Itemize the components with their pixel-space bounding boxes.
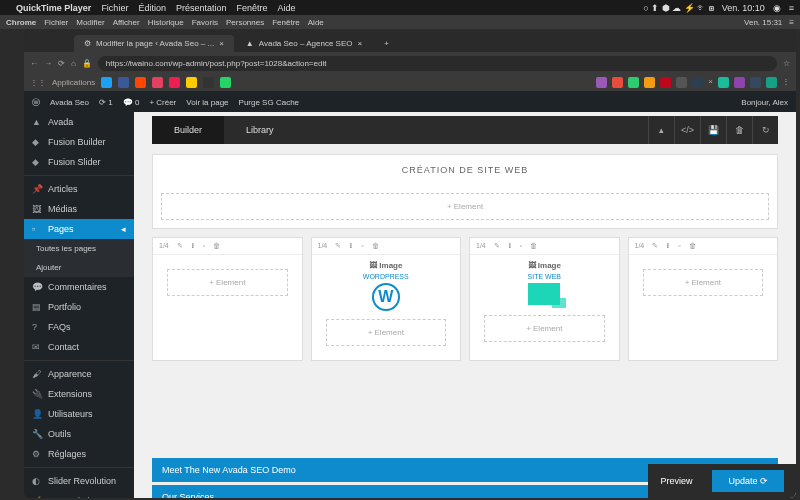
user-icon[interactable]: ◉ xyxy=(773,3,781,13)
sidebar-item-articles[interactable]: 📌Articles xyxy=(24,179,134,199)
column-toolbar[interactable]: 1/4✎⫿▫🗑 xyxy=(153,238,302,255)
section-block: CRÉATION DE SITE WEB + Element xyxy=(152,154,778,229)
app-icon[interactable] xyxy=(186,77,197,88)
star-icon[interactable]: ☆ xyxy=(783,59,790,68)
app-name[interactable]: QuickTime Player xyxy=(16,3,91,13)
tab-builder[interactable]: Builder xyxy=(152,116,224,144)
sidebar-item-plugins[interactable]: 🔌Extensions xyxy=(24,384,134,404)
app-icon[interactable] xyxy=(169,77,180,88)
instagram-icon[interactable] xyxy=(152,77,163,88)
tab-inactive[interactable]: ▲Avada Seo – Agence SEO× xyxy=(236,35,372,52)
status-icons: ○ ⬆ ⬢ ☁ ⚡ ᯤ ▣ xyxy=(643,3,713,13)
browser-window: ⚙Modifier la page ‹ Avada Seo – ...× ▲Av… xyxy=(24,30,796,498)
sidebar-subitem-all-pages[interactable]: Toutes les pages xyxy=(24,239,134,258)
pinterest-icon[interactable] xyxy=(660,77,671,88)
history-icon[interactable]: ↻ xyxy=(752,116,778,144)
add-element-button[interactable]: + Element xyxy=(167,269,288,296)
image-element: 🖼 Image WORDPRESS W xyxy=(318,261,455,311)
sidebar-item-fusion-slider[interactable]: ◆Fusion Slider xyxy=(24,152,134,172)
avatar[interactable] xyxy=(766,77,777,88)
update-button[interactable]: Update ⟳ xyxy=(712,470,784,492)
add-element-button[interactable]: + Element xyxy=(326,319,447,346)
column-1-4: 1/4✎⫿▫🗑 🖼 Image SITE WEB + Element xyxy=(469,237,620,361)
back-icon[interactable]: ← xyxy=(30,59,38,68)
url-input[interactable] xyxy=(98,56,777,71)
updates-icon[interactable]: ⟳ 1 xyxy=(99,98,113,107)
column-1-4: 1/4✎⫿▫🗑 + Element xyxy=(152,237,303,361)
sidebar-item-pages[interactable]: ▫Pages◂ xyxy=(24,219,134,239)
add-new[interactable]: + Créer xyxy=(149,98,176,107)
comments-icon[interactable]: 💬 0 xyxy=(123,98,140,107)
app-icon[interactable] xyxy=(203,77,214,88)
sidebar-item-fusion-builder[interactable]: ◆Fusion Builder xyxy=(24,132,134,152)
collapse-icon[interactable]: ▴ xyxy=(648,116,674,144)
sidebar-item-avada[interactable]: ▲Avada xyxy=(24,112,134,132)
wp-admin-bar: ⓦ Avada Seo ⟳ 1 💬 0 + Créer Voir la page… xyxy=(24,92,796,112)
sidebar-item-settings[interactable]: ⚙Réglages xyxy=(24,444,134,464)
view-page[interactable]: Voir la page xyxy=(186,98,228,107)
chrome-menubar: Chrome Fichier Modifier Afficher Histori… xyxy=(0,15,800,29)
sidebar-item-contact[interactable]: ✉Contact xyxy=(24,337,134,357)
add-element-button[interactable]: + Element xyxy=(643,269,764,296)
add-element-button[interactable]: + Element xyxy=(161,193,769,220)
sidebar-item-appearance[interactable]: 🖌Apparence xyxy=(24,364,134,384)
home-icon[interactable]: ⌂ xyxy=(71,59,76,68)
bookmarks-bar: ⋮⋮Applications × ⋮ xyxy=(24,74,796,92)
sidebar-item-comments[interactable]: 💬Commentaires xyxy=(24,277,134,297)
mac-menubar: QuickTime Player Fichier Édition Présent… xyxy=(0,0,800,15)
preview-button[interactable]: Preview xyxy=(660,476,692,486)
section-title: CRÉATION DE SITE WEB xyxy=(153,155,777,185)
lock-icon: 🔒 xyxy=(82,59,92,68)
sidebar-item-sg-optimizer[interactable]: ⚡SG Optimizer xyxy=(24,491,134,498)
chrome-app[interactable]: Chrome xyxy=(6,18,36,27)
editor-main: Builder Library ▴ </> 💾 🗑 ↻ CRÉATION DE … xyxy=(134,112,796,498)
wordpress-icon[interactable]: ⓦ xyxy=(32,97,40,108)
reload-icon[interactable]: ⟳ xyxy=(58,59,65,68)
sidebar-item-portfolio[interactable]: ▤Portfolio xyxy=(24,297,134,317)
site-link[interactable]: Avada Seo xyxy=(50,98,89,107)
tab-library[interactable]: Library xyxy=(224,116,296,144)
reddit-icon[interactable] xyxy=(135,77,146,88)
browser-tabs: ⚙Modifier la page ‹ Avada Seo – ...× ▲Av… xyxy=(24,30,796,52)
wp-sidebar: ▲Avada ◆Fusion Builder ◆Fusion Slider 📌A… xyxy=(24,112,134,498)
clock-2: Ven. 15:31 xyxy=(744,18,782,27)
delete-icon[interactable]: 🗑 xyxy=(726,116,752,144)
image-element: 🖼 Image SITE WEB xyxy=(476,261,613,307)
publish-bar: Preview Update ⟳ xyxy=(648,464,796,498)
code-icon[interactable]: </> xyxy=(674,116,700,144)
sidebar-item-slider-rev[interactable]: ◐Slider Revolution xyxy=(24,471,134,491)
column-1-4: 1/4✎⫿▫🗑 + Element xyxy=(628,237,779,361)
builder-toolbar: Builder Library ▴ </> 💾 🗑 ↻ xyxy=(152,116,778,144)
column-1-4: 1/4✎⫿▫🗑 🖼 Image WORDPRESS W + Element xyxy=(311,237,462,361)
add-element-button[interactable]: + Element xyxy=(484,315,605,342)
purge-cache[interactable]: Purge SG Cache xyxy=(239,98,299,107)
sidebar-subitem-add[interactable]: Ajouter xyxy=(24,258,134,277)
whatsapp-icon[interactable] xyxy=(220,77,231,88)
sidebar-item-media[interactable]: 🖼Médias xyxy=(24,199,134,219)
sidebar-item-tools[interactable]: 🔧Outils xyxy=(24,424,134,444)
user-greeting[interactable]: Bonjour, Alex xyxy=(741,98,788,107)
tab-active[interactable]: ⚙Modifier la page ‹ Avada Seo – ...× xyxy=(74,35,234,52)
sidebar-item-faqs[interactable]: ?FAQs xyxy=(24,317,134,337)
builder-canvas: CRÉATION DE SITE WEB + Element 1/4✎⫿▫🗑 +… xyxy=(134,144,796,455)
clock-1: Ven. 10:10 xyxy=(722,3,765,13)
wordpress-logo-icon: W xyxy=(372,283,400,311)
facebook-icon[interactable] xyxy=(118,77,129,88)
siteweb-image-icon xyxy=(528,283,560,305)
save-icon[interactable]: 💾 xyxy=(700,116,726,144)
sidebar-item-users[interactable]: 👤Utilisateurs xyxy=(24,404,134,424)
twitter-icon[interactable] xyxy=(101,77,112,88)
address-bar: ← → ⟳ ⌂ 🔒 ☆ xyxy=(24,52,796,74)
forward-icon[interactable]: → xyxy=(44,59,52,68)
new-tab-button[interactable]: + xyxy=(374,35,399,52)
close-icon: × xyxy=(219,39,224,48)
